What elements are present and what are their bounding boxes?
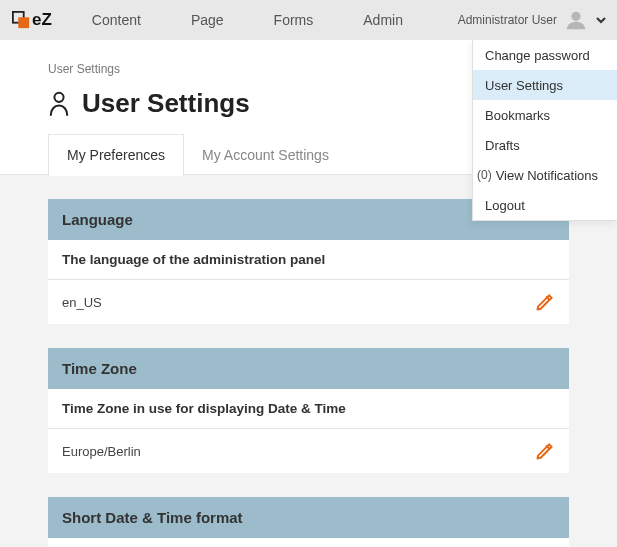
tab-label: My Account Settings xyxy=(202,147,329,163)
dropdown-item-user-settings[interactable]: User Settings xyxy=(473,70,617,100)
section-title: Time Zone xyxy=(48,348,569,389)
section-value-row: en_US xyxy=(48,280,569,324)
app-logo[interactable]: eZ xyxy=(12,10,52,30)
svg-point-2 xyxy=(571,12,580,21)
section-value: en_US xyxy=(62,295,102,310)
person-icon xyxy=(48,90,70,118)
nav-item-page[interactable]: Page xyxy=(191,12,224,28)
logo-mark-icon xyxy=(12,11,30,29)
pencil-icon xyxy=(535,292,555,312)
section-subtitle: Time Zone in use for displaying Date & T… xyxy=(48,389,569,429)
user-dropdown: Change password User Settings Bookmarks … xyxy=(472,40,617,221)
dropdown-item-label: Bookmarks xyxy=(485,108,550,123)
dropdown-item-change-password[interactable]: Change password xyxy=(473,40,617,70)
notification-count: (0) xyxy=(477,168,492,182)
main-nav: Content Page Forms Admin xyxy=(92,12,403,28)
svg-point-3 xyxy=(54,92,63,101)
section-subtitle: The language of the administration panel xyxy=(48,240,569,280)
pencil-icon xyxy=(535,441,555,461)
dropdown-item-label: Drafts xyxy=(485,138,520,153)
dropdown-item-view-notifications[interactable]: (0) View Notifications xyxy=(473,160,617,190)
tab-content: Language The language of the administrat… xyxy=(0,175,617,547)
current-user-name: Administrator User xyxy=(458,13,557,27)
dropdown-item-logout[interactable]: Logout xyxy=(473,190,617,220)
dropdown-item-label: View Notifications xyxy=(496,168,598,183)
dropdown-item-drafts[interactable]: Drafts xyxy=(473,130,617,160)
dropdown-item-label: Change password xyxy=(485,48,590,63)
section-subtitle: Format for displaying Date & Time xyxy=(48,538,569,547)
nav-item-forms[interactable]: Forms xyxy=(274,12,314,28)
tab-my-account-settings[interactable]: My Account Settings xyxy=(184,135,347,175)
dropdown-item-bookmarks[interactable]: Bookmarks xyxy=(473,100,617,130)
section-short-date-time: Short Date & Time format Format for disp… xyxy=(48,497,569,547)
topbar: eZ Content Page Forms Admin Administrato… xyxy=(0,0,617,40)
user-menu-trigger[interactable]: Administrator User xyxy=(458,9,607,31)
tab-label: My Preferences xyxy=(67,147,165,163)
section-timezone: Time Zone Time Zone in use for displayin… xyxy=(48,348,569,473)
dropdown-item-label: User Settings xyxy=(485,78,563,93)
edit-button[interactable] xyxy=(535,292,555,312)
section-value: Europe/Berlin xyxy=(62,444,141,459)
svg-rect-1 xyxy=(18,17,29,28)
tab-my-preferences[interactable]: My Preferences xyxy=(48,134,184,176)
chevron-down-icon xyxy=(595,14,607,26)
section-value-row: Europe/Berlin xyxy=(48,429,569,473)
nav-item-admin[interactable]: Admin xyxy=(363,12,403,28)
edit-button[interactable] xyxy=(535,441,555,461)
dropdown-item-label: Logout xyxy=(485,198,525,213)
nav-item-content[interactable]: Content xyxy=(92,12,141,28)
page-title: User Settings xyxy=(82,88,250,119)
avatar-icon xyxy=(565,9,587,31)
logo-text: eZ xyxy=(32,10,52,30)
section-title: Short Date & Time format xyxy=(48,497,569,538)
